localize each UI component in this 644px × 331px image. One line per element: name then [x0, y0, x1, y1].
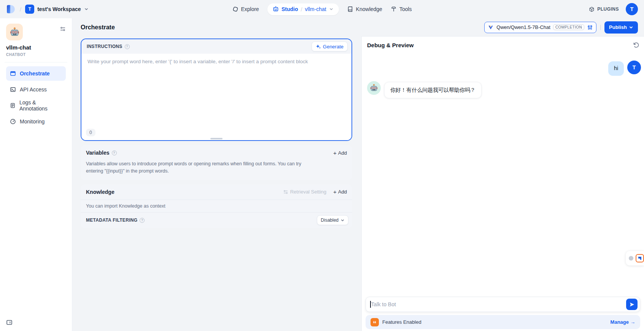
header-divider	[600, 25, 601, 30]
bot-message-bubble: 你好！有什么问题我可以帮助你吗？	[384, 82, 482, 99]
page-title: Orchestrate	[81, 24, 115, 31]
sidebar-item-label: Monitoring	[20, 118, 45, 125]
chat-input-box	[366, 297, 640, 312]
tab-studio-label: Studio	[281, 6, 298, 12]
breadcrumb-slash: /	[20, 6, 21, 13]
metadata-title-row: METADATA FILTERING ?	[86, 217, 145, 223]
features-label: Features Enabled	[382, 319, 421, 325]
workspace-name: test's Workspace	[37, 6, 81, 12]
terminal-icon	[10, 86, 16, 93]
chat-input[interactable]	[371, 301, 627, 307]
resize-handle[interactable]	[210, 138, 223, 139]
studio-slash: /	[301, 6, 302, 13]
robot-icon	[273, 6, 279, 12]
variables-description: Variables allow users to introduce promp…	[81, 160, 324, 180]
instructions-editor[interactable]: Write your prompt word here, enter '{' t…	[81, 54, 351, 140]
bot-chat-avatar	[367, 81, 381, 95]
sidebar-item-monitoring[interactable]: Monitoring	[6, 114, 66, 129]
widget-logo-icon	[636, 254, 644, 262]
user-message-bubble: hi	[608, 61, 624, 76]
retrieval-setting-button[interactable]: Retrieval Setting	[283, 189, 326, 195]
top-nav: / T test's Workspace Explore Studio	[0, 0, 644, 18]
model-selector[interactable]: Qwen/Qwen1.5-7B-Chat COMPLETION	[484, 22, 596, 33]
help-icon[interactable]: ?	[125, 44, 130, 49]
restart-icon	[633, 42, 639, 48]
variables-title-row: Variables ?	[86, 150, 117, 156]
robot-emoji-icon	[370, 84, 378, 92]
sidebar-item-label: Logs & Annotations	[19, 99, 62, 112]
explore-icon	[232, 6, 238, 12]
app-settings-button[interactable]	[60, 26, 66, 34]
send-button[interactable]	[626, 299, 638, 310]
tools-icon	[391, 6, 397, 12]
tab-studio[interactable]: Studio / vllm-chat	[267, 3, 339, 15]
orchestrate-config-column: INSTRUCTIONS ? Generate Wr	[72, 36, 361, 331]
sidebar-item-logs-annotations[interactable]: Logs & Annotations	[6, 98, 66, 113]
knowledge-icon	[347, 6, 353, 12]
tab-explore[interactable]: Explore	[232, 6, 259, 12]
widget-dot-icon	[629, 256, 633, 261]
user-avatar[interactable]: T	[626, 3, 638, 15]
app-icon[interactable]	[6, 24, 23, 40]
metadata-filtering-select[interactable]: Disabled	[317, 215, 348, 225]
manage-features-link[interactable]: Manage →	[611, 319, 635, 325]
nav-left: / T test's Workspace	[6, 4, 89, 14]
knowledge-controls: Retrieval Setting + Add	[283, 189, 347, 195]
model-mode-badge: COMPLETION	[553, 24, 584, 30]
knowledge-header: Knowledge Retrieval Setting	[81, 184, 352, 200]
sidebar-app-type: CHATBOT	[6, 53, 66, 57]
debug-preview-panel: Debug & Preview hi T	[361, 36, 644, 331]
tab-tools[interactable]: Tools	[391, 6, 412, 12]
retrieval-setting-icon	[283, 189, 288, 195]
tab-knowledge[interactable]: Knowledge	[347, 6, 382, 12]
plugins-button[interactable]: PLUGINS	[589, 6, 619, 12]
gauge-icon	[10, 118, 16, 125]
help-icon[interactable]: ?	[140, 218, 145, 223]
collapse-sidebar-button[interactable]	[6, 319, 13, 327]
dify-logo-icon	[6, 4, 16, 14]
sidebar-item-orchestrate[interactable]: Orchestrate	[6, 66, 66, 81]
publish-button[interactable]: Publish	[604, 21, 638, 34]
plus-icon: +	[333, 189, 337, 195]
arrow-right-icon: →	[630, 319, 635, 325]
sidebar-top	[6, 24, 66, 40]
chevron-down-icon	[340, 218, 345, 222]
sidebar-item-label: API Access	[20, 86, 47, 93]
logs-icon	[10, 102, 16, 109]
nav-center: Explore Studio / vllm-chat Knowledge	[232, 0, 412, 18]
chevron-down-icon	[629, 25, 633, 30]
generate-button[interactable]: Generate	[312, 42, 348, 51]
char-count-badge: 0	[86, 129, 95, 136]
workspace-avatar: T	[25, 5, 34, 14]
header-right: Qwen/Qwen1.5-7B-Chat COMPLETION Publish	[484, 21, 638, 34]
restart-conversation-button[interactable]	[633, 42, 639, 48]
add-knowledge-button[interactable]: + Add	[333, 189, 347, 195]
dify-logo[interactable]	[6, 4, 16, 14]
help-icon[interactable]: ?	[112, 150, 117, 155]
knowledge-card: Knowledge Retrieval Setting	[81, 184, 352, 228]
sidebar-app-name: vllm-chat	[6, 44, 66, 51]
add-variable-button[interactable]: + Add	[333, 150, 347, 156]
sliders-icon	[60, 26, 66, 32]
metadata-filtering-row: METADATA FILTERING ? Disabled	[81, 212, 352, 228]
instructions-header: INSTRUCTIONS ? Generate	[81, 39, 351, 54]
sidebar-item-api-access[interactable]: API Access	[6, 82, 66, 97]
nav-right: PLUGINS T	[589, 3, 638, 15]
floating-widget[interactable]	[626, 251, 644, 265]
debug-header: Debug & Preview	[362, 37, 644, 51]
chat-area: hi T	[362, 51, 644, 297]
retrieval-setting-label: Retrieval Setting	[290, 189, 326, 195]
debug-footer: “ Features Enabled Manage →	[362, 297, 644, 331]
chevron-down-icon	[329, 7, 334, 11]
knowledge-description: You can import Knowledge as context	[81, 200, 352, 212]
workspace-selector[interactable]: T test's Workspace	[25, 5, 88, 14]
send-icon	[629, 302, 635, 307]
orchestrate-icon	[10, 70, 16, 77]
model-name: Qwen/Qwen1.5-7B-Chat	[496, 24, 550, 30]
main-area: Orchestrate Qwen/Qwen1.5-7B-Chat COMPLET…	[72, 18, 644, 331]
tab-tools-label: Tools	[399, 6, 412, 12]
variables-title: Variables	[86, 150, 110, 156]
chevron-down-icon	[84, 7, 89, 11]
metadata-filtering-title: METADATA FILTERING	[86, 217, 137, 223]
plugins-label: PLUGINS	[597, 6, 619, 12]
